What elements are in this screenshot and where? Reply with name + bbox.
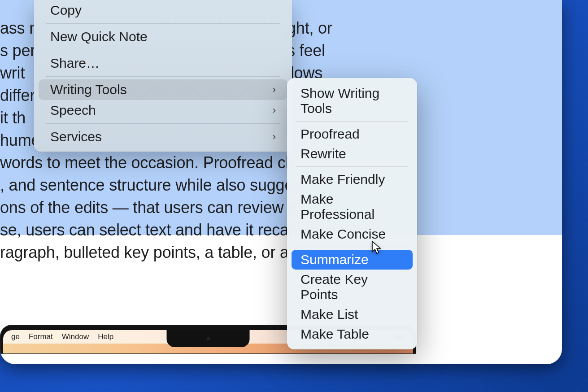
chevron-right-icon: › xyxy=(273,105,276,116)
submenu-item-show-writing-tools[interactable]: Show Writing Tools xyxy=(292,83,413,118)
menu-label: Share… xyxy=(50,56,100,71)
submenu-item-rewrite[interactable]: Rewrite xyxy=(292,144,413,164)
submenu-item-make-concise[interactable]: Make Concise xyxy=(292,224,413,244)
text-line: s per xyxy=(0,39,35,62)
text-line: se, users can select text and have it re… xyxy=(0,219,298,241)
submenu-item-make-professional[interactable]: Make Professional xyxy=(292,189,413,224)
menu-item-new-quick-note[interactable]: New Quick Note xyxy=(39,26,287,47)
menu-item-writing-tools[interactable]: Writing Tools › xyxy=(39,79,287,100)
menu-label: Services xyxy=(50,129,102,144)
chevron-right-icon: › xyxy=(273,131,276,143)
menu-divider xyxy=(296,121,408,122)
menubar-item-format[interactable]: Format xyxy=(24,332,57,341)
text-line: s feel xyxy=(287,39,325,62)
writing-tools-submenu[interactable]: Show Writing Tools Proofread Rewrite Mak… xyxy=(287,78,417,349)
submenu-item-proofread[interactable]: Proofread xyxy=(292,124,413,144)
menu-divider xyxy=(46,123,280,124)
chevron-right-icon: › xyxy=(273,84,276,96)
menubar-item[interactable]: ge xyxy=(7,332,24,341)
context-menu[interactable]: Copy New Quick Note Share… Writing Tools… xyxy=(34,0,292,152)
submenu-item-make-friendly[interactable]: Make Friendly xyxy=(292,170,413,189)
menubar-item-window[interactable]: Window xyxy=(57,332,93,341)
menu-divider xyxy=(46,50,280,50)
camera-icon xyxy=(206,337,210,340)
submenu-item-make-table[interactable]: Make Table xyxy=(292,324,413,344)
text-line: ragraph, bulleted key points, a table, o… xyxy=(0,241,296,264)
submenu-item-create-key-points[interactable]: Create Key Points xyxy=(292,270,413,305)
text-line: it th xyxy=(0,107,26,129)
text-line: ght, or xyxy=(287,17,332,39)
submenu-item-make-list[interactable]: Make List xyxy=(292,305,413,324)
menu-label: Copy xyxy=(50,3,82,18)
menu-item-services[interactable]: Services › xyxy=(39,126,287,147)
submenu-item-summarize[interactable]: Summarize xyxy=(292,250,413,270)
text-line: writ xyxy=(0,62,25,84)
menu-divider xyxy=(296,247,408,247)
menu-label: Speech xyxy=(50,103,96,118)
menu-label: Writing Tools xyxy=(50,82,127,97)
menu-divider xyxy=(46,76,280,77)
text-line: , and sentence structure while also sugg… xyxy=(0,174,301,196)
display-notch xyxy=(167,330,250,347)
text-line: differ xyxy=(0,84,35,107)
menu-divider xyxy=(46,23,280,24)
menu-divider xyxy=(296,166,408,167)
menu-item-copy[interactable]: Copy xyxy=(39,0,287,21)
menu-item-share[interactable]: Share… xyxy=(39,53,287,74)
text-line: ons of the edits — that users can review… xyxy=(0,196,297,219)
menu-item-speech[interactable]: Speech › xyxy=(39,100,287,121)
text-line: words to meet the occasion. Proofread ch xyxy=(0,152,294,174)
menubar-item-help[interactable]: Help xyxy=(93,332,118,341)
menu-label: New Quick Note xyxy=(50,29,148,44)
